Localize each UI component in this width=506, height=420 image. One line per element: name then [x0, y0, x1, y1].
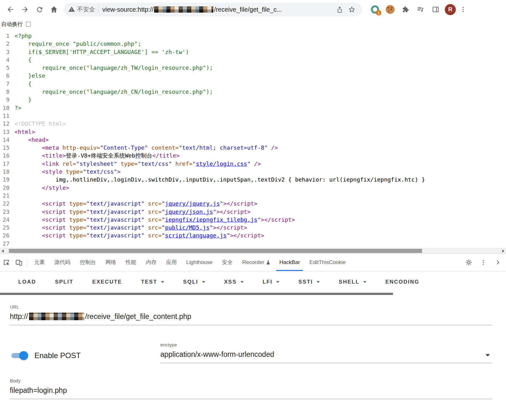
code-text: if($_SERVER['HTTP_ACCEPT_LANGUAGE'] == '…	[15, 48, 189, 56]
devtools-tab-安全[interactable]: 安全	[217, 254, 237, 271]
code-text: <script type="text/javascript" src="iepn…	[15, 216, 295, 224]
side-panel-button[interactable]	[430, 3, 442, 15]
scroll-left-arrow-icon[interactable]	[2, 249, 4, 253]
forward-arrow-icon	[21, 5, 29, 14]
playlist-extension-button[interactable]	[414, 3, 426, 15]
source-link[interactable]: style/login.css	[196, 160, 247, 167]
bookmark-button[interactable]	[346, 3, 358, 15]
proxy-extension-button[interactable]: 1	[369, 3, 381, 15]
devtools-tab-EditThisCookie[interactable]: EditThisCookie	[305, 254, 350, 271]
url-text[interactable]: view-source:http:///receive_file/get_fil…	[102, 6, 332, 13]
syntax-token: src=	[148, 208, 162, 215]
browser-menu-button[interactable]	[459, 3, 467, 15]
devtools-settings-button[interactable]	[462, 259, 475, 266]
hackbar-item-encoding[interactable]: ENCODING	[376, 279, 429, 285]
code-text: <script type="text/javascript" src="jque…	[15, 200, 257, 207]
line-number: 27	[0, 240, 15, 248]
back-arrow-icon	[6, 5, 15, 14]
horizontal-scrollbar[interactable]	[0, 248, 506, 253]
profile-avatar[interactable]: R	[445, 4, 456, 15]
devtools-tab-Lighthouse[interactable]: Lighthouse	[182, 254, 217, 271]
hackbar-item-sqli[interactable]: SQLI	[174, 279, 215, 285]
toggle-knob	[19, 351, 28, 360]
hackbar-item-execute[interactable]: EXECUTE	[83, 279, 131, 285]
enable-post-toggle[interactable]	[10, 351, 29, 360]
hackbar-item-lfi[interactable]: LFI	[253, 279, 289, 285]
hackbar-item-load[interactable]: LOAD	[9, 279, 45, 285]
hackbar-item-split[interactable]: SPLIT	[45, 279, 83, 285]
code-text: <head>	[15, 136, 49, 144]
devtools-tab-元素[interactable]: 元素	[29, 254, 50, 271]
syntax-token: 登录-V8+终端安全系统Web控制台	[66, 152, 152, 159]
line-number: 22	[0, 200, 15, 207]
source-line: 11	[0, 112, 506, 120]
scrollbar-thumb[interactable]	[9, 249, 422, 253]
devtools-tab-控制台[interactable]: 控制台	[75, 254, 101, 271]
devtools-tab-strip: 元素源代码控制台网络性能内存应用Lighthouse安全RecorderHack…	[29, 254, 462, 271]
device-toolbar-button[interactable]	[13, 254, 25, 271]
source-line: 2 require_once "public/common.php";	[0, 40, 506, 48]
body-input[interactable]: filepath=login.php	[10, 386, 492, 399]
hackbar-menu: LOADSPLITEXECUTETESTSQLIXSSLFISSTISHELLE…	[0, 271, 506, 293]
devtools-tab-HackBar[interactable]: HackBar	[275, 254, 305, 271]
syntax-token: src=	[148, 216, 162, 223]
code-text: {	[15, 80, 32, 88]
syntax-token	[145, 200, 148, 207]
playlist-icon	[417, 6, 424, 13]
syntax-token: <script	[15, 208, 69, 215]
source-link[interactable]: script/language.js	[165, 232, 227, 239]
hackbar-item-test[interactable]: TEST	[132, 279, 174, 285]
syntax-token: ></script>	[213, 224, 247, 231]
source-link[interactable]: iepngfix/iepngfix_tilebg.js	[165, 216, 258, 223]
hackbar-item-shell[interactable]: SHELL	[329, 279, 376, 285]
url-input[interactable]: http:///receive_file/get_file_content.ph…	[10, 312, 492, 325]
syntax-token	[117, 160, 121, 167]
share-button[interactable]	[334, 3, 346, 15]
devtools-menu-button[interactable]	[477, 259, 490, 266]
source-line: 6 }else	[0, 72, 506, 80]
enctype-select[interactable]: application/x-www-form-urlencoded	[160, 350, 492, 363]
home-button[interactable]	[47, 2, 61, 17]
more-tabs-button[interactable]	[491, 259, 504, 266]
syntax-token: "	[227, 232, 230, 239]
back-button[interactable]	[3, 2, 18, 17]
devtools-tab-应用[interactable]: 应用	[161, 254, 182, 271]
browser-toolbar: 不安全 view-source:http:///receive_file/get…	[0, 0, 506, 19]
extensions-menu-button[interactable]	[399, 3, 411, 15]
code-text: </style>	[15, 184, 69, 192]
syntax-token: "text/javascript"	[86, 224, 145, 231]
syntax-token: src=	[148, 200, 162, 207]
share-icon	[336, 6, 343, 13]
reload-button[interactable]	[32, 2, 47, 17]
devtools-tab-内存[interactable]: 内存	[141, 254, 161, 271]
syntax-token: {	[15, 81, 32, 87]
source-link[interactable]: jquery/json.js	[165, 208, 213, 215]
syntax-token: <html>	[15, 129, 35, 135]
code-text: <meta http-equiv="Content-Type" content=…	[15, 144, 278, 152]
hackbar-item-ssti[interactable]: SSTI	[289, 279, 329, 285]
devtools-tab-性能[interactable]: 性能	[121, 254, 141, 271]
not-secure-warning-icon[interactable]	[68, 6, 75, 13]
source-link[interactable]: public/MD5.js	[165, 224, 210, 231]
source-line: 27	[0, 240, 506, 248]
syntax-token: require_once("language/zh_TW/login_resou…	[15, 64, 213, 71]
devtools-tab-Recorder[interactable]: Recorder	[237, 254, 275, 271]
code-text: <script type="text/javascript" src="jque…	[15, 208, 251, 216]
devtools-tab-源代码[interactable]: 源代码	[50, 254, 75, 271]
address-bar[interactable]: 不安全 view-source:http:///receive_file/get…	[64, 3, 362, 16]
source-line: 12<!DOCTYPE html>	[0, 120, 506, 128]
scroll-right-arrow-icon[interactable]	[502, 249, 504, 253]
hackbar-scrollbar-thumb[interactable]	[0, 293, 393, 295]
source-line: 9 }	[0, 96, 506, 104]
syntax-token: type=	[69, 200, 86, 207]
syntax-token	[145, 208, 148, 215]
source-link[interactable]: jquery/jquery.js	[165, 200, 220, 207]
word-wrap-checkbox[interactable]	[26, 22, 31, 27]
devtools-tab-网络[interactable]: 网络	[101, 254, 121, 271]
cookie-extension-button[interactable]	[384, 3, 396, 15]
hackbar-item-xss[interactable]: XSS	[215, 279, 253, 285]
forward-button[interactable]	[18, 2, 32, 17]
code-text: <?php	[15, 32, 32, 40]
source-line: 15 <meta http-equiv="Content-Type" conte…	[0, 144, 506, 152]
inspect-element-button[interactable]	[0, 254, 13, 271]
